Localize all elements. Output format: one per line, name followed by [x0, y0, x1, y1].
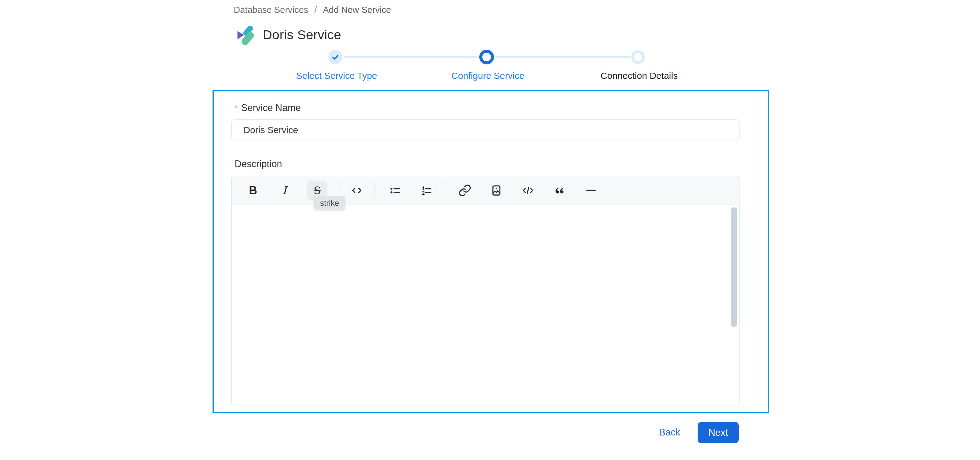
bold-icon: B: [249, 184, 257, 197]
editor-scrollbar-thumb[interactable]: [731, 207, 737, 327]
quote-button[interactable]: [550, 182, 568, 199]
breadcrumb-separator: /: [314, 5, 317, 15]
horizontal-rule-button[interactable]: [582, 182, 600, 199]
ordered-list-icon: 1 2: [420, 184, 433, 196]
code-block-button[interactable]: [519, 182, 537, 199]
step-label-select-service-type[interactable]: Select Service Type: [296, 70, 377, 81]
check-icon: [331, 53, 340, 62]
breadcrumb-add-new-service: Add New Service: [323, 5, 391, 15]
breadcrumb: Database Services / Add New Service: [234, 5, 391, 15]
breadcrumb-database-services[interactable]: Database Services: [234, 5, 308, 15]
description-editor: B I S: [231, 176, 740, 406]
horizontal-rule-icon: [585, 184, 598, 197]
service-name-label: *Service Name: [235, 102, 301, 113]
link-icon: [458, 184, 471, 197]
page-title: Doris Service: [263, 27, 341, 42]
unordered-list-icon: [389, 184, 401, 196]
step-connection-details-indicator[interactable]: [631, 50, 645, 64]
step-label-connection-details[interactable]: Connection Details: [601, 70, 678, 81]
inline-code-button[interactable]: [348, 182, 366, 199]
doris-logo-icon: [235, 24, 256, 45]
ordered-list-button[interactable]: 1 2: [418, 182, 436, 199]
bold-button[interactable]: B: [244, 182, 262, 199]
stepper-connector-2: [495, 56, 630, 58]
code-block-icon: [522, 184, 535, 197]
service-name-label-text: Service Name: [241, 102, 301, 113]
back-button[interactable]: Back: [659, 427, 680, 438]
step-select-service-type-indicator[interactable]: [328, 50, 342, 64]
image-button[interactable]: [488, 182, 505, 199]
stepper-connector-1: [344, 56, 478, 58]
add-service-page: Database Services / Add New Service Dori…: [0, 0, 980, 460]
description-label: Description: [235, 158, 282, 169]
quote-icon: [553, 184, 566, 197]
step-label-configure-service[interactable]: Configure Service: [452, 70, 524, 81]
required-marker: *: [235, 103, 238, 113]
svg-text:2: 2: [422, 190, 425, 196]
inline-code-icon: [351, 184, 363, 196]
editor-toolbar: B I S: [232, 176, 739, 205]
strikethrough-icon: S: [313, 184, 321, 196]
italic-button[interactable]: I: [275, 182, 293, 199]
service-name-input[interactable]: [231, 119, 740, 141]
toolbar-divider: [336, 184, 336, 198]
toolbar-divider: [444, 184, 444, 198]
unordered-list-button[interactable]: [386, 182, 404, 199]
step-configure-service-indicator[interactable]: [479, 50, 494, 64]
service-header: Doris Service: [235, 24, 341, 45]
image-icon: [490, 184, 503, 197]
strike-tooltip: strike: [314, 196, 345, 210]
description-editor-content[interactable]: [232, 205, 739, 405]
next-button[interactable]: Next: [698, 422, 739, 443]
toolbar-divider: [374, 184, 375, 198]
italic-icon: I: [282, 184, 286, 196]
link-button[interactable]: [456, 182, 474, 199]
